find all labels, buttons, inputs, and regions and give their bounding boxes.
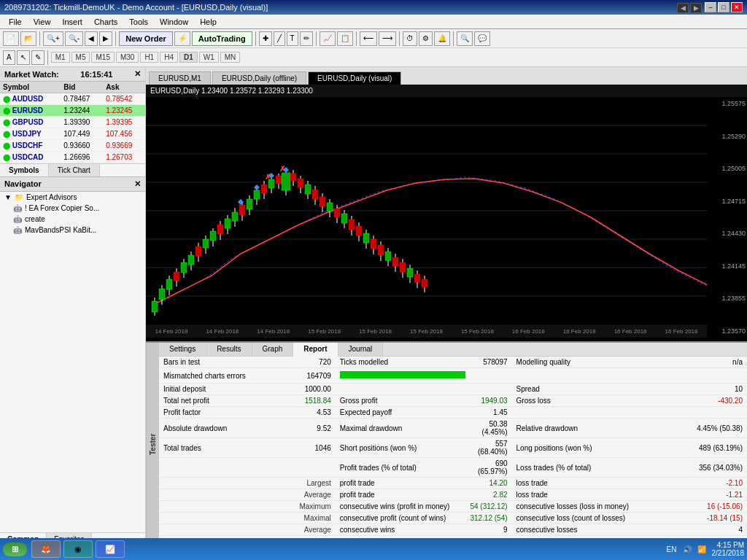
menu-tools[interactable]: Tools xyxy=(123,16,154,28)
period-m15[interactable]: M15 xyxy=(91,52,114,63)
maximize-button[interactable]: □ xyxy=(718,2,729,12)
nav-expert-advisors[interactable]: ▼ 📁 Expert Advisors xyxy=(0,192,145,203)
ticks-value: 578097 xyxy=(465,357,511,368)
tester-tab-results[interactable]: Results xyxy=(206,343,252,356)
mw-symbol-usdchf: ⬤ USDCHF xyxy=(0,140,61,152)
new-chart-button[interactable]: 📄 xyxy=(3,31,19,46)
chart-prev[interactable]: ◀ xyxy=(677,3,689,13)
settings-button[interactable]: ⚙ xyxy=(419,31,433,46)
price-6: 1.24145 xyxy=(708,262,746,270)
period-m5[interactable]: M5 xyxy=(71,52,90,63)
menu-window[interactable]: Window xyxy=(154,16,194,28)
edit-btn[interactable]: ✎ xyxy=(31,50,44,65)
reldraw-value: 4.45% (50.38) xyxy=(641,419,747,438)
chart-tab-daily-visual[interactable]: EURUSD,Daily (visual) xyxy=(308,71,401,85)
period-m1[interactable]: M1 xyxy=(51,52,70,63)
template-button[interactable]: 📋 xyxy=(337,31,353,46)
indicator-button[interactable]: 📈 xyxy=(320,31,336,46)
netprofit-label: Total net profit xyxy=(159,395,288,407)
mw-tab-tick[interactable]: Tick Chart xyxy=(49,164,100,176)
time-button[interactable]: ⏱ xyxy=(403,31,417,46)
start-button[interactable]: ⊞ xyxy=(3,542,27,556)
period-h1[interactable]: H1 xyxy=(140,52,158,63)
totaltrades-value: 1046 xyxy=(288,438,335,458)
scroll-left-button[interactable]: ◀ xyxy=(85,31,98,46)
titlebar: 2089731202: Tickmill-DemoUK - Demo Accou… xyxy=(0,0,747,15)
period-h4[interactable]: H4 xyxy=(160,52,178,63)
menu-charts[interactable]: Charts xyxy=(88,16,123,28)
chart-tab-daily-offline[interactable]: EURUSD,Daily (offline) xyxy=(212,71,306,85)
maxloss-label: consecutive loss (count of losses) xyxy=(512,513,641,524)
alerts-button[interactable]: 🔔 xyxy=(434,31,450,46)
comments-button[interactable]: 💬 xyxy=(474,31,490,46)
price-2: 1.25290 xyxy=(708,133,746,140)
date-1: 14 Feb 2018 xyxy=(155,328,187,335)
search-button[interactable]: 🔍 xyxy=(457,31,473,46)
taskbar-mt4[interactable]: 📈 xyxy=(96,540,125,558)
tester-tab-settings[interactable]: Settings xyxy=(159,343,206,356)
taskbar-chrome[interactable]: ◉ xyxy=(63,540,93,558)
chart-next[interactable]: ▶ xyxy=(690,3,702,13)
scroll-right-button[interactable]: ▶ xyxy=(99,31,112,46)
date-11: 16 Feb 2018 xyxy=(665,328,698,335)
mw-symbol-audusd: ⬤ AUDUSD xyxy=(0,93,61,105)
losstrades-label: Loss trades (% of total) xyxy=(512,458,641,478)
profittrades-value: 690 (65.97%) xyxy=(465,458,511,478)
taskbar-firefox[interactable]: 🦊 xyxy=(31,540,61,558)
line-button[interactable]: ╱ xyxy=(274,31,285,46)
main-layout: Market Watch: 16:15:41 ✕ Symbol Bid Ask … xyxy=(0,67,747,545)
empty3 xyxy=(512,407,641,419)
grossloss-value: -430.20 xyxy=(641,395,747,407)
maximal-label: Maximal xyxy=(288,513,335,524)
mw-tab-symbols[interactable]: Symbols xyxy=(0,164,49,176)
navigator-close[interactable]: ✕ xyxy=(134,179,141,189)
report-row-profit-trades: Profit trades (% of total) 690 (65.97%) … xyxy=(159,458,747,478)
tester-tab-report[interactable]: Report xyxy=(293,343,338,357)
autotrading-button[interactable]: AutoTrading xyxy=(192,31,252,46)
nav-ea-mavbands[interactable]: 🤖 MavBandsPSI KaBit... xyxy=(0,225,145,236)
open-button[interactable]: 📂 xyxy=(20,31,36,46)
minimize-button[interactable]: – xyxy=(705,2,716,12)
tester-tab-graph[interactable]: Graph xyxy=(252,343,294,356)
zoom-in-button[interactable]: 🔍+ xyxy=(43,31,63,46)
period-w1[interactable]: W1 xyxy=(199,52,219,63)
cursor-btn[interactable]: ↖ xyxy=(17,50,30,65)
period-m30[interactable]: M30 xyxy=(116,52,139,63)
order-icon[interactable]: ⚡ xyxy=(174,31,190,46)
menu-view[interactable]: View xyxy=(28,16,57,28)
nav-ea-create[interactable]: 🤖 create xyxy=(0,214,145,225)
report-row-profit: Total net profit 1518.84 Gross profit 19… xyxy=(159,395,747,407)
svg-rect-33 xyxy=(239,205,245,215)
avgloss-label: loss trade xyxy=(512,489,641,501)
mw-bid-usdcad: 1.26696 xyxy=(61,152,103,163)
text-button[interactable]: T xyxy=(287,31,298,46)
tester-tab-journal[interactable]: Journal xyxy=(338,343,384,356)
menu-help[interactable]: Help xyxy=(194,16,222,28)
draw-line-btn[interactable]: A xyxy=(3,50,15,65)
draw-button[interactable]: ✏ xyxy=(300,31,313,46)
tester-content[interactable]: Bars in test 720 Ticks modelled 578097 M… xyxy=(159,357,747,545)
close-button[interactable]: ✕ xyxy=(731,2,743,12)
period-mn[interactable]: MN xyxy=(220,52,241,63)
crosshair-button[interactable]: ✚ xyxy=(259,31,272,46)
menu-insert[interactable]: Insert xyxy=(56,16,88,28)
totaltrades-label: Total trades xyxy=(159,438,288,458)
svg-rect-21 xyxy=(196,246,201,256)
chart-tab-m1[interactable]: EURUSD,M1 xyxy=(149,71,211,85)
menu-file[interactable]: File xyxy=(3,16,28,28)
mw-ask-eurusd: 1.23245 xyxy=(103,105,145,117)
chart-header: EURUSD,Daily 1.23400 1.23572 1.23293 1.2… xyxy=(146,85,747,97)
back-button[interactable]: ⟵ xyxy=(360,31,377,46)
market-watch-close[interactable]: ✕ xyxy=(134,69,141,79)
svg-rect-57 xyxy=(327,203,333,211)
mw-symbol-eurusd: ⬤ EURUSD xyxy=(0,105,61,117)
nav-ea-forexcopier[interactable]: 🤖 ! EA Forex Copier So... xyxy=(0,203,145,214)
date-8: 16 Feb 2018 xyxy=(512,328,545,335)
period-d1[interactable]: D1 xyxy=(179,52,198,63)
chart-area[interactable]: EURUSD,Daily 1.23400 1.23572 1.23293 1.2… xyxy=(146,85,747,341)
tester-side-label[interactable]: Tester xyxy=(146,343,159,545)
forward-button[interactable]: ⟶ xyxy=(379,31,396,46)
new-order-button[interactable]: New Order xyxy=(119,31,173,46)
zoom-out-button[interactable]: 🔍- xyxy=(65,31,83,46)
market-watch-row: ⬤ EURUSD 1.23244 1.23245 xyxy=(0,105,145,117)
